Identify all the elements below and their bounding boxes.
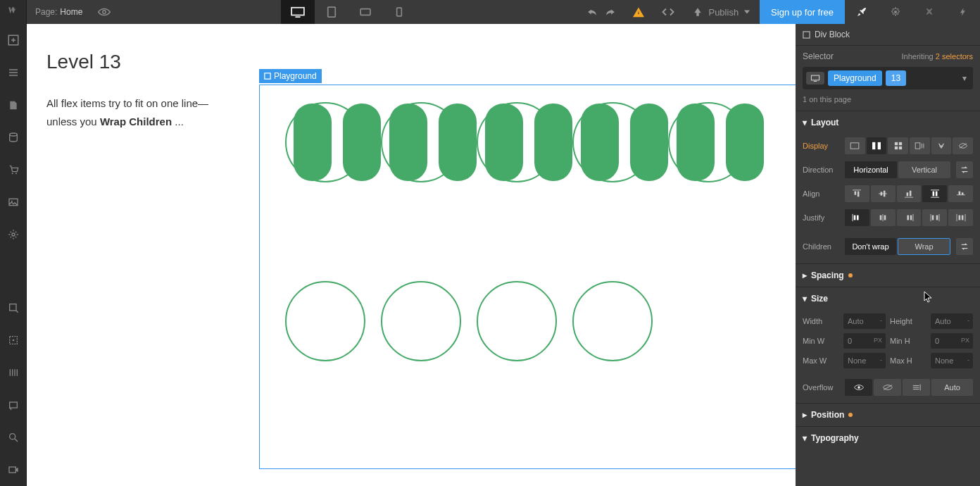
grid-overlay-button[interactable] bbox=[0, 356, 27, 389]
minh-label: Min H bbox=[890, 337, 926, 345]
search-button[interactable] bbox=[0, 421, 27, 454]
style-tab[interactable] bbox=[845, 0, 879, 24]
justify-between[interactable] bbox=[922, 209, 947, 226]
page-selector[interactable]: Page: Home bbox=[27, 0, 91, 24]
pages-button[interactable] bbox=[0, 89, 27, 121]
class-chip[interactable]: 13 bbox=[886, 70, 906, 86]
class-chip[interactable]: Playground bbox=[828, 70, 882, 86]
align-center[interactable] bbox=[871, 185, 896, 202]
desktop-breakpoint[interactable] bbox=[281, 0, 315, 24]
direction-horizontal[interactable]: Horizontal bbox=[845, 161, 897, 178]
navigator-button[interactable] bbox=[0, 56, 27, 89]
align-start[interactable] bbox=[845, 185, 869, 202]
svg-rect-12 bbox=[9, 467, 15, 473]
publish-dropdown[interactable]: Publish bbox=[683, 0, 760, 24]
overflow-auto[interactable]: Auto bbox=[931, 379, 973, 396]
width-input[interactable]: Auto- bbox=[843, 313, 886, 329]
issues-warning-icon[interactable] bbox=[624, 0, 653, 24]
align-baseline[interactable] bbox=[948, 185, 973, 202]
display-grid[interactable] bbox=[888, 137, 908, 154]
display-none[interactable] bbox=[953, 137, 973, 154]
align-end[interactable] bbox=[897, 185, 922, 202]
page-name: Home bbox=[60, 7, 82, 17]
flex-item[interactable] bbox=[572, 102, 653, 182]
flex-target[interactable] bbox=[477, 281, 557, 361]
interactions-tab[interactable] bbox=[946, 0, 980, 24]
settings-tab[interactable] bbox=[879, 0, 912, 24]
ecommerce-button[interactable] bbox=[0, 154, 27, 186]
redo-button[interactable] bbox=[605, 0, 624, 24]
inheriting-link[interactable]: 2 selectors bbox=[936, 52, 973, 61]
layout-section-header[interactable]: ▾Layout bbox=[796, 111, 980, 134]
flex-target[interactable] bbox=[381, 281, 461, 361]
canvas[interactable]: Level 13 All flex items try to fit on on… bbox=[27, 24, 796, 486]
svg-point-18 bbox=[894, 11, 897, 13]
right-panel-tabs bbox=[845, 0, 980, 24]
wrap-children[interactable]: Wrap bbox=[898, 238, 950, 255]
svg-point-50 bbox=[857, 386, 860, 388]
svg-rect-15 bbox=[328, 7, 336, 17]
svg-rect-21 bbox=[811, 75, 819, 80]
svg-rect-44 bbox=[907, 216, 909, 220]
maxw-input[interactable]: None- bbox=[843, 353, 886, 368]
assets-button[interactable] bbox=[0, 186, 27, 218]
wrap-reverse[interactable] bbox=[956, 238, 973, 255]
webflow-logo[interactable] bbox=[0, 0, 27, 24]
help-button[interactable] bbox=[0, 389, 27, 421]
overflow-scroll[interactable] bbox=[903, 379, 930, 396]
display-block[interactable] bbox=[845, 137, 865, 154]
cms-button[interactable] bbox=[0, 121, 27, 154]
justify-label: Justify bbox=[803, 213, 839, 222]
minh-input[interactable]: 0PX bbox=[931, 333, 973, 349]
justify-center[interactable] bbox=[871, 209, 896, 226]
video-tutorial-button[interactable] bbox=[0, 454, 27, 486]
overflow-hidden[interactable] bbox=[874, 379, 901, 396]
position-section-header[interactable]: ▸Position bbox=[796, 403, 980, 426]
wrap-none[interactable]: Don't wrap bbox=[845, 238, 896, 255]
display-flex[interactable] bbox=[867, 137, 887, 154]
justify-end[interactable] bbox=[897, 209, 922, 226]
style-panel: Div Block Selector Inheriting 2 selector… bbox=[796, 24, 980, 486]
preview-toggle[interactable] bbox=[91, 0, 118, 24]
direction-label: Direction bbox=[803, 166, 839, 174]
flex-target[interactable] bbox=[285, 281, 365, 361]
svg-point-9 bbox=[12, 339, 14, 342]
justify-around[interactable] bbox=[948, 209, 973, 226]
flex-item[interactable] bbox=[285, 102, 365, 182]
direction-reverse[interactable] bbox=[956, 161, 973, 178]
mobile-portrait-breakpoint[interactable] bbox=[382, 0, 416, 24]
justify-start[interactable] bbox=[845, 209, 869, 226]
minw-input[interactable]: 0PX bbox=[843, 333, 886, 349]
selector-dropdown[interactable]: ▾ bbox=[960, 73, 969, 83]
spacing-section-header[interactable]: ▸Spacing bbox=[796, 263, 980, 287]
svg-rect-34 bbox=[907, 192, 909, 196]
overflow-visible[interactable] bbox=[845, 379, 872, 396]
tablet-breakpoint[interactable] bbox=[315, 0, 348, 24]
display-inline[interactable] bbox=[931, 137, 952, 154]
display-inline-block[interactable] bbox=[910, 137, 930, 154]
audit-panel-button[interactable] bbox=[0, 292, 27, 324]
selector-input[interactable]: Playground 13 ▾ bbox=[803, 67, 973, 89]
settings-button[interactable] bbox=[0, 218, 27, 251]
flex-item[interactable] bbox=[668, 102, 748, 182]
playground-element[interactable]: Playground bbox=[259, 85, 801, 469]
align-stretch[interactable] bbox=[922, 185, 947, 202]
svg-rect-45 bbox=[910, 216, 912, 220]
signup-button[interactable]: Sign up for free bbox=[760, 0, 845, 24]
mobile-landscape-breakpoint[interactable] bbox=[348, 0, 382, 24]
size-section-header[interactable]: ▾Size bbox=[796, 287, 980, 310]
flex-item[interactable] bbox=[381, 102, 461, 182]
xray-button[interactable] bbox=[0, 324, 27, 356]
height-input[interactable]: Auto- bbox=[931, 313, 973, 329]
undo-button[interactable] bbox=[579, 0, 605, 24]
flex-item[interactable] bbox=[477, 102, 557, 182]
maxh-input[interactable]: None- bbox=[931, 353, 973, 368]
page-label-text: Page: bbox=[35, 7, 57, 17]
flex-target[interactable] bbox=[572, 281, 653, 361]
add-element-button[interactable] bbox=[0, 24, 27, 56]
code-export-button[interactable] bbox=[653, 0, 683, 24]
style-manager-tab[interactable] bbox=[912, 0, 946, 24]
device-breakpoints bbox=[281, 0, 416, 24]
direction-vertical[interactable]: Vertical bbox=[898, 161, 950, 178]
typography-section-header[interactable]: ▾Typography bbox=[796, 426, 980, 449]
